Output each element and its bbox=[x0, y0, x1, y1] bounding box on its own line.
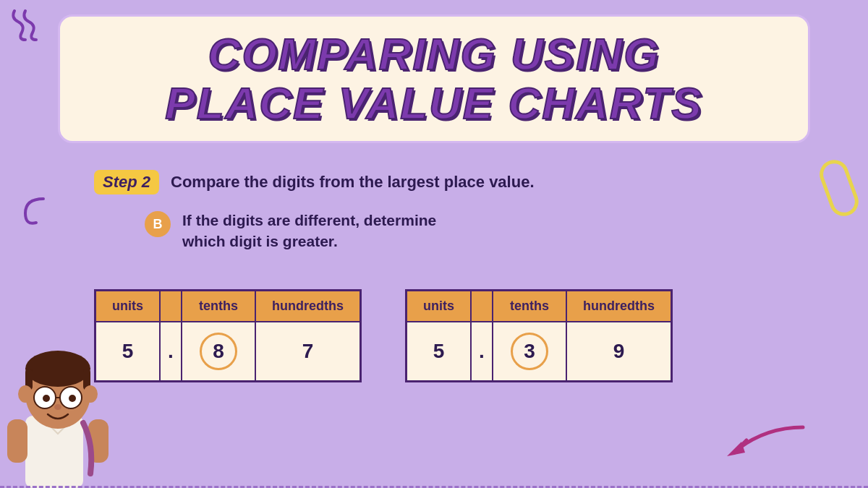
substep-text: If the digits are different, determine w… bbox=[182, 210, 436, 252]
svg-point-15 bbox=[54, 404, 61, 410]
table2-val-hundredths: 9 bbox=[566, 322, 672, 382]
character-illustration bbox=[0, 329, 116, 488]
deco-left-curl bbox=[22, 195, 54, 234]
table1: units tenths hundredths 5 . 8 7 bbox=[94, 289, 362, 382]
substep-section: B If the digits are different, determine… bbox=[145, 210, 436, 252]
svg-point-8 bbox=[18, 385, 33, 403]
table2-val-dot: . bbox=[471, 322, 493, 382]
svg-rect-2 bbox=[7, 419, 27, 463]
svg-point-5 bbox=[25, 351, 90, 387]
deco-topright bbox=[816, 156, 863, 221]
table1-header-tenths: tenths bbox=[182, 291, 255, 322]
tables-area: units tenths hundredths 5 . 8 7 units te bbox=[94, 289, 810, 382]
svg-point-9 bbox=[83, 385, 98, 403]
table1-val-hundredths: 7 bbox=[255, 322, 361, 382]
table1-header-units: units bbox=[95, 291, 161, 322]
step-badge: Step 2 bbox=[94, 170, 159, 194]
table2-header-units: units bbox=[407, 291, 472, 322]
step-section: Step 2 Compare the digits from the large… bbox=[94, 170, 535, 194]
step-description: Compare the digits from the largest plac… bbox=[171, 173, 534, 192]
table2-val-units: 5 bbox=[407, 322, 472, 382]
table1-val-dot: . bbox=[160, 322, 182, 382]
table1-header-hundredths: hundredths bbox=[255, 291, 361, 322]
table1-tenths-circle: 8 bbox=[200, 333, 237, 370]
substep-badge: B bbox=[145, 211, 171, 237]
svg-point-14 bbox=[69, 395, 76, 402]
table2-tenths-circle: 3 bbox=[511, 333, 548, 370]
table1-header-dot bbox=[160, 291, 182, 322]
table2: units tenths hundredths 5 . 3 9 bbox=[405, 289, 673, 382]
table1-val-tenths: 8 bbox=[182, 322, 255, 382]
title-container: Comparing Using Place Value Charts bbox=[58, 14, 810, 143]
deco-topleft bbox=[7, 7, 43, 48]
table2-header-hundredths: hundredths bbox=[566, 291, 672, 322]
svg-point-13 bbox=[43, 395, 50, 402]
arrow-decoration bbox=[723, 420, 810, 466]
table2-header-dot bbox=[471, 291, 493, 322]
table2-header-tenths: tenths bbox=[493, 291, 566, 322]
page-title: Comparing Using Place Value Charts bbox=[82, 30, 786, 128]
table2-val-tenths: 3 bbox=[493, 322, 566, 382]
